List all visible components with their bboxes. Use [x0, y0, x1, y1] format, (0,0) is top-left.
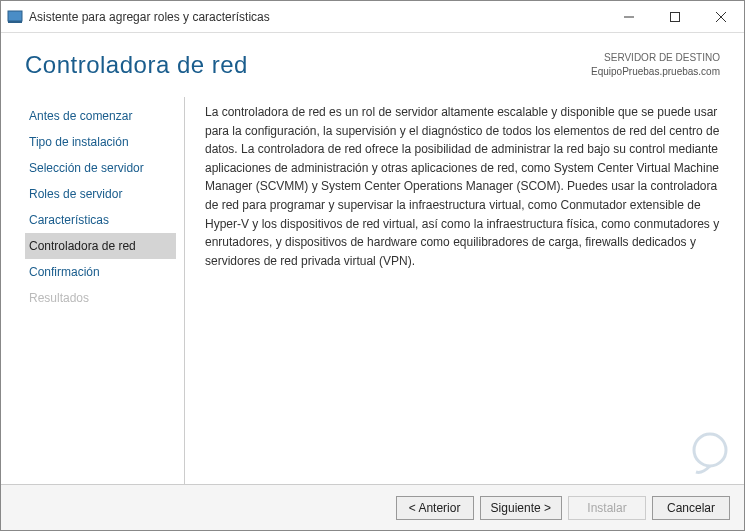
window-title: Asistente para agregar roles y caracterí… — [29, 10, 606, 24]
svg-rect-0 — [8, 11, 22, 21]
content-text: La controladora de red es un rol de serv… — [185, 97, 720, 484]
app-icon — [7, 9, 23, 25]
minimize-icon — [624, 12, 634, 22]
maximize-button[interactable] — [652, 1, 698, 33]
header: Controladora de red SERVIDOR DE DESTINO … — [1, 33, 744, 87]
footer: < Anterior Siguiente > Instalar Cancelar — [1, 484, 744, 530]
minimize-button[interactable] — [606, 1, 652, 33]
destination-label: SERVIDOR DE DESTINO — [591, 51, 720, 65]
sidebar-item-network-controller[interactable]: Controladora de red — [25, 233, 176, 259]
previous-button[interactable]: < Anterior — [396, 496, 474, 520]
next-button[interactable]: Siguiente > — [480, 496, 562, 520]
titlebar: Asistente para agregar roles y caracterí… — [1, 1, 744, 33]
cancel-button[interactable]: Cancelar — [652, 496, 730, 520]
close-button[interactable] — [698, 1, 744, 33]
sidebar-item-before-begin[interactable]: Antes de comenzar — [25, 103, 176, 129]
destination-info: SERVIDOR DE DESTINO EquipoPruebas.prueba… — [591, 51, 720, 79]
destination-server: EquipoPruebas.pruebas.com — [591, 65, 720, 79]
sidebar-item-confirmation[interactable]: Confirmación — [25, 259, 176, 285]
close-icon — [716, 12, 726, 22]
body: Antes de comenzar Tipo de instalación Se… — [1, 87, 744, 484]
wizard-window: Asistente para agregar roles y caracterí… — [0, 0, 745, 531]
sidebar: Antes de comenzar Tipo de instalación Se… — [25, 97, 185, 484]
sidebar-item-server-selection[interactable]: Selección de servidor — [25, 155, 176, 181]
svg-rect-3 — [671, 13, 680, 22]
sidebar-item-install-type[interactable]: Tipo de instalación — [25, 129, 176, 155]
window-controls — [606, 1, 744, 32]
page-title: Controladora de red — [25, 51, 248, 79]
sidebar-item-results: Resultados — [25, 285, 176, 311]
svg-rect-1 — [8, 21, 22, 23]
install-button: Instalar — [568, 496, 646, 520]
sidebar-item-server-roles[interactable]: Roles de servidor — [25, 181, 176, 207]
sidebar-item-features[interactable]: Características — [25, 207, 176, 233]
maximize-icon — [670, 12, 680, 22]
